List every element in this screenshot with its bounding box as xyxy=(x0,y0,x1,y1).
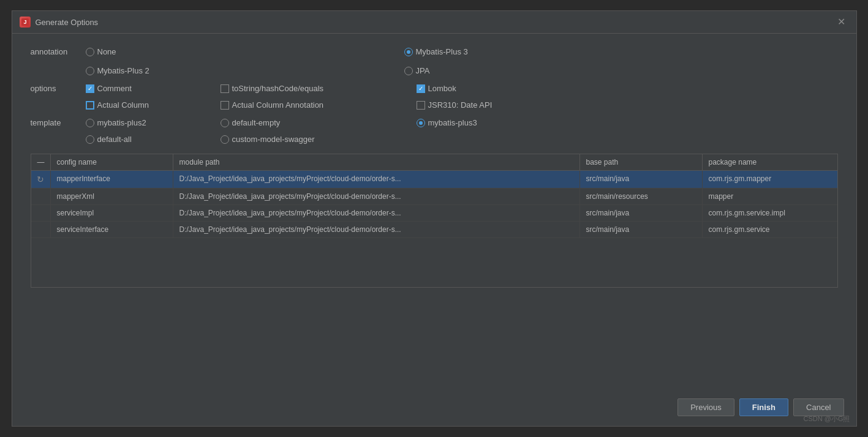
template-default-empty[interactable]: default-empty xyxy=(221,117,417,129)
table-row[interactable]: mapperXml D:/Java_Project/idea_java_proj… xyxy=(31,189,837,205)
svg-text:J: J xyxy=(23,19,26,25)
content: annotation None Mybatis-Plus 3 Mybatis-P… xyxy=(12,34,856,391)
template-mybatis-plus3-label: mybatis-plus3 xyxy=(428,118,477,127)
td-module-path: D:/Java_Project/idea_java_projects/myPro… xyxy=(173,205,580,221)
table-row[interactable]: serviceInterface D:/Java_Project/idea_ja… xyxy=(31,222,837,238)
td-module-path: D:/Java_Project/idea_java_projects/myPro… xyxy=(173,189,580,204)
option-actual-column-label: Actual Column xyxy=(97,100,149,110)
td-module-path: D:/Java_Project/idea_java_projects/myPro… xyxy=(173,222,580,237)
annotation-jpa-radio[interactable] xyxy=(404,67,413,75)
template-grid: mybatis-plus2 default-empty mybatis-plus… xyxy=(86,117,838,145)
option-jsr310-label: JSR310: Date API xyxy=(428,100,492,110)
td-config-name: mapperInterface xyxy=(51,171,173,188)
option-actual-column-annotation-checkbox[interactable] xyxy=(221,101,229,110)
td-config-name: serviceInterface xyxy=(51,222,173,237)
th-package-name: package name xyxy=(703,154,837,170)
table-empty-space xyxy=(31,238,837,287)
option-tostring-label: toString/hashCode/equals xyxy=(232,84,324,93)
options-row: options Comment toString/hashCode/equals… xyxy=(31,83,838,111)
td-refresh-icon: ↻ xyxy=(31,171,51,188)
title-bar: J Generate Options ✕ xyxy=(12,11,856,34)
template-default-empty-label: default-empty xyxy=(232,118,281,127)
close-button[interactable]: ✕ xyxy=(834,16,849,28)
title-bar-left: J Generate Options xyxy=(20,17,99,28)
annotation-mybatis-plus3-label: Mybatis-Plus 3 xyxy=(416,47,468,56)
annotation-none-radio[interactable] xyxy=(86,48,94,56)
annotation-mybatis-plus2[interactable]: Mybatis-Plus 2 xyxy=(86,65,221,77)
table-row[interactable]: ↻ mapperInterface D:/Java_Project/idea_j… xyxy=(31,171,837,189)
template-row: template mybatis-plus2 default-empty myb… xyxy=(31,117,838,145)
template-default-all-radio[interactable] xyxy=(86,135,94,144)
option-actual-column-checkbox[interactable] xyxy=(86,101,94,110)
th-module-path: module path xyxy=(173,154,580,170)
template-mybatis-plus3[interactable]: mybatis-plus3 xyxy=(417,117,551,129)
dialog: J Generate Options ✕ annotation None Myb… xyxy=(12,10,857,427)
td-base-path: src/main/resources xyxy=(580,189,703,204)
annotation-mybatis-plus2-label: Mybatis-Plus 2 xyxy=(97,66,149,75)
template-mybatis-plus2-radio[interactable] xyxy=(86,119,94,127)
option-comment-checkbox[interactable] xyxy=(86,84,94,93)
app-icon: J xyxy=(20,17,31,28)
annotation-options: None Mybatis-Plus 3 Mybatis-Plus 2 JPA xyxy=(86,46,838,77)
option-comment-label: Comment xyxy=(97,84,132,93)
options-label: options xyxy=(31,83,86,93)
cancel-button[interactable]: Cancel xyxy=(793,398,843,416)
watermark: CSDN @小G照 xyxy=(804,414,850,424)
annotation-jpa-label: JPA xyxy=(416,66,430,75)
th-base-path: base path xyxy=(580,154,703,170)
template-mybatis-plus2-label: mybatis-plus2 xyxy=(97,118,146,127)
annotation-none[interactable]: None xyxy=(86,46,221,58)
option-lombok-label: Lombok xyxy=(428,84,456,93)
table-header: — config name module path base path pack… xyxy=(31,154,837,171)
template-custom-model-swagger-label: custom-model-swagger xyxy=(232,135,315,144)
template-custom-model-swagger-radio[interactable] xyxy=(221,135,229,144)
td-config-name: serviceImpl xyxy=(51,205,173,221)
td-module-path: D:/Java_Project/idea_java_projects/myPro… xyxy=(173,171,580,188)
template-mybatis-plus2[interactable]: mybatis-plus2 xyxy=(86,117,221,129)
template-custom-model-swagger[interactable]: custom-model-swagger xyxy=(221,133,417,145)
option-lombok-checkbox[interactable] xyxy=(417,84,425,93)
option-actual-column[interactable]: Actual Column xyxy=(86,99,221,111)
template-label: template xyxy=(31,117,86,127)
options-grid: Comment toString/hashCode/equals Lombok … xyxy=(86,83,838,111)
td-package-name: com.rjs.gm.service.impl xyxy=(703,205,837,221)
template-default-all[interactable]: default-all xyxy=(86,133,221,145)
td-package-name: mapper xyxy=(703,189,837,204)
td-base-path: src/main/java xyxy=(580,171,703,188)
annotation-jpa[interactable]: JPA xyxy=(404,65,539,77)
option-tostring-checkbox[interactable] xyxy=(221,84,229,93)
th-config-name: config name xyxy=(51,154,173,170)
option-actual-column-annotation[interactable]: Actual Column Annotation xyxy=(221,99,417,111)
template-mybatis-plus3-radio[interactable] xyxy=(417,119,425,127)
annotation-mybatis-plus2-radio[interactable] xyxy=(86,67,94,75)
table-row[interactable]: serviceImpl D:/Java_Project/idea_java_pr… xyxy=(31,205,837,222)
td-package-name: com.rjs.gm.mapper xyxy=(703,171,837,188)
previous-button[interactable]: Previous xyxy=(677,398,734,416)
td-config-name: mapperXml xyxy=(51,189,173,204)
td-empty-icon xyxy=(31,205,51,221)
annotation-label: annotation xyxy=(31,46,86,56)
annotation-mybatis-plus3[interactable]: Mybatis-Plus 3 xyxy=(404,46,539,58)
table-body: ↻ mapperInterface D:/Java_Project/idea_j… xyxy=(31,171,837,287)
annotation-row: annotation None Mybatis-Plus 3 Mybatis-P… xyxy=(31,46,838,77)
option-jsr310[interactable]: JSR310: Date API xyxy=(417,99,551,111)
td-base-path: src/main/java xyxy=(580,222,703,237)
td-base-path: src/main/java xyxy=(580,205,703,221)
option-actual-column-annotation-label: Actual Column Annotation xyxy=(232,100,324,110)
annotation-none-label: None xyxy=(97,47,116,56)
td-empty-icon xyxy=(31,189,51,204)
template-default-empty-radio[interactable] xyxy=(221,119,229,127)
th-icon: — xyxy=(31,154,51,170)
option-jsr310-checkbox[interactable] xyxy=(417,101,425,110)
finish-button[interactable]: Finish xyxy=(739,398,788,416)
td-empty-icon xyxy=(31,222,51,237)
option-tostring[interactable]: toString/hashCode/equals xyxy=(221,83,417,94)
footer: Previous Finish Cancel xyxy=(12,391,856,426)
option-comment[interactable]: Comment xyxy=(86,83,221,94)
template-default-all-label: default-all xyxy=(97,135,132,144)
config-table: — config name module path base path pack… xyxy=(31,154,838,288)
annotation-mybatis-plus3-radio[interactable] xyxy=(404,48,413,56)
option-lombok[interactable]: Lombok xyxy=(417,83,551,94)
td-package-name: com.rjs.gm.service xyxy=(703,222,837,237)
dialog-title: Generate Options xyxy=(36,18,99,27)
